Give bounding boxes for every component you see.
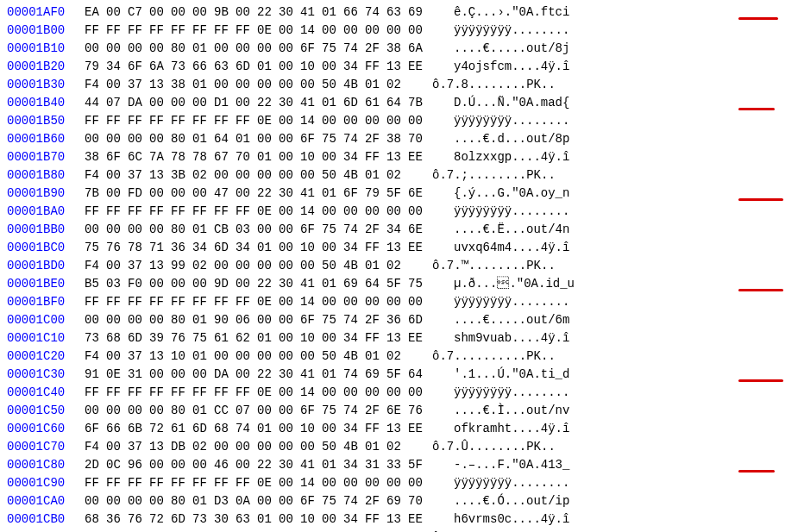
hex-byte: 00 [149, 366, 171, 384]
hex-row: 00001B60000000008001640100006F75742F3870… [7, 130, 804, 148]
hex-row: 00001BE0B503F00000009D002230410169645F75… [7, 275, 804, 293]
hex-byte: 30 [214, 510, 236, 529]
hex-byte: 00 [106, 402, 128, 420]
highlight-underline [738, 470, 775, 473]
ascii-column: ô.7..........PK.. [408, 529, 556, 532]
hex-byte: 38 [171, 76, 192, 94]
hex-byte: 78 [192, 148, 214, 166]
hex-bytes-column: F400371310010000000000504B0102 [85, 347, 408, 366]
hex-byte: 73 [192, 510, 214, 529]
hex-byte: 6D [236, 58, 257, 76]
hex-byte: 01 [365, 529, 386, 532]
hex-bytes-column: FFFFFFFFFFFFFFFF0E00140000000000 [85, 22, 430, 40]
hex-byte: 00 [106, 166, 128, 185]
hex-byte: 4B [343, 76, 365, 94]
hex-byte: 00 [149, 311, 171, 329]
hex-byte: 6F [300, 492, 322, 510]
hex-byte: F4 [85, 257, 106, 275]
hex-byte: 01 [322, 3, 343, 22]
hex-row: 00001C802D0C960000004600223041013431335F… [7, 456, 804, 474]
hex-bytes-column: 000000008001000000006F75742F386A [85, 40, 430, 58]
hex-byte: FF [85, 293, 106, 311]
hex-byte: 5F [386, 366, 408, 384]
highlight-underline [738, 17, 778, 20]
ascii-column: '.1...Ú."0A.ti_d [430, 366, 569, 384]
offset-column: 00001B70 [7, 148, 85, 166]
hex-byte: 00 [257, 221, 279, 239]
ascii-column: ....€.d...out/8p [430, 130, 569, 148]
hex-bytes-column: 000000008001900600006F75742F366D [85, 311, 430, 329]
hex-byte: 00 [149, 130, 171, 148]
hex-byte: 00 [236, 347, 257, 366]
hex-byte: 00 [236, 366, 257, 384]
hex-byte: 01 [257, 148, 279, 166]
ascii-column: ÿÿÿÿÿÿÿÿ........ [430, 474, 569, 492]
hex-byte: 00 [279, 420, 300, 438]
hex-bytes-column: 7B00FD0000004700223041016F795F6E [85, 185, 430, 203]
hex-byte: 00 [128, 492, 149, 510]
hex-byte: 10 [300, 329, 322, 347]
hex-byte: 5F [386, 185, 408, 203]
hex-byte: 0C [106, 456, 128, 474]
hex-byte: 00 [171, 3, 192, 22]
hex-byte: 00 [236, 3, 257, 22]
hex-byte: 00 [322, 203, 343, 221]
hex-bytes-column: 000000008001D30A00006F75742F6970 [85, 492, 430, 510]
hex-byte: 34 [106, 58, 128, 76]
hex-byte: 13 [386, 239, 408, 257]
hex-byte: 00 [279, 492, 300, 510]
hex-byte: 30 [279, 185, 300, 203]
hex-byte: 00 [365, 22, 386, 40]
hex-byte: 30 [279, 275, 300, 293]
hex-byte: 00 [343, 112, 365, 130]
hex-byte: FF [149, 474, 171, 492]
hex-row: 00001C50000000008001CC0700006F75742F6E76… [7, 402, 804, 420]
hex-byte: 13 [386, 329, 408, 347]
hex-byte: 00 [106, 221, 128, 239]
hex-byte: 02 [192, 257, 214, 275]
hex-byte: 13 [149, 76, 171, 94]
hex-byte: 00 [149, 402, 171, 420]
hex-byte: 00 [279, 112, 300, 130]
hex-byte: 00 [236, 185, 257, 203]
hex-byte: 78 [171, 148, 192, 166]
hex-byte: DB [171, 438, 192, 456]
hex-byte: 00 [322, 474, 343, 492]
hex-byte: 72 [149, 420, 171, 438]
ascii-column: -.–...F."0A.413_ [430, 456, 569, 474]
hex-byte: 30 [279, 456, 300, 474]
hex-byte: 00 [106, 130, 128, 148]
hex-byte: 22 [257, 366, 279, 384]
hex-byte: 75 [322, 402, 343, 420]
highlight-underline [738, 108, 775, 110]
hex-byte: 0E [257, 293, 279, 311]
hex-byte: 02 [192, 166, 214, 185]
hex-bytes-column: FFFFFFFFFFFFFFFF0E00140000000000 [85, 474, 430, 492]
hex-byte: 44 [85, 94, 106, 112]
hex-byte: 00 [279, 329, 300, 347]
hex-byte: 37 [128, 76, 149, 94]
hex-byte: 00 [128, 402, 149, 420]
hex-byte: 74 [236, 420, 257, 438]
hex-row: 00001B404407DA000000D100223041016D61647B… [7, 94, 804, 112]
hex-row: 00001B80F40037133B020000000000504B0102ô.… [7, 166, 804, 185]
hex-byte: 00 [106, 40, 128, 58]
ascii-column: D.Ú...Ñ."0A.mad{ [430, 94, 569, 112]
hex-byte: 02 [192, 438, 214, 456]
hex-byte: 4B [343, 166, 365, 185]
hex-byte: FF [365, 58, 386, 76]
hex-byte: FF [192, 203, 214, 221]
hex-byte: 38 [386, 40, 408, 58]
hex-row: 00001BD0F400371399020000000000504B0102ô.… [7, 257, 804, 275]
hex-byte: 00 [408, 474, 430, 492]
hex-byte: 6F [128, 58, 149, 76]
hex-byte: 00 [408, 293, 430, 311]
hex-byte: FF [128, 22, 149, 40]
hex-byte: 14 [300, 293, 322, 311]
hex-byte: 00 [279, 293, 300, 311]
hex-byte: 76 [106, 239, 128, 257]
hex-byte: 00 [171, 185, 192, 203]
hex-byte: 00 [279, 384, 300, 402]
hex-byte: 00 [365, 112, 386, 130]
highlight-underline [738, 198, 783, 201]
